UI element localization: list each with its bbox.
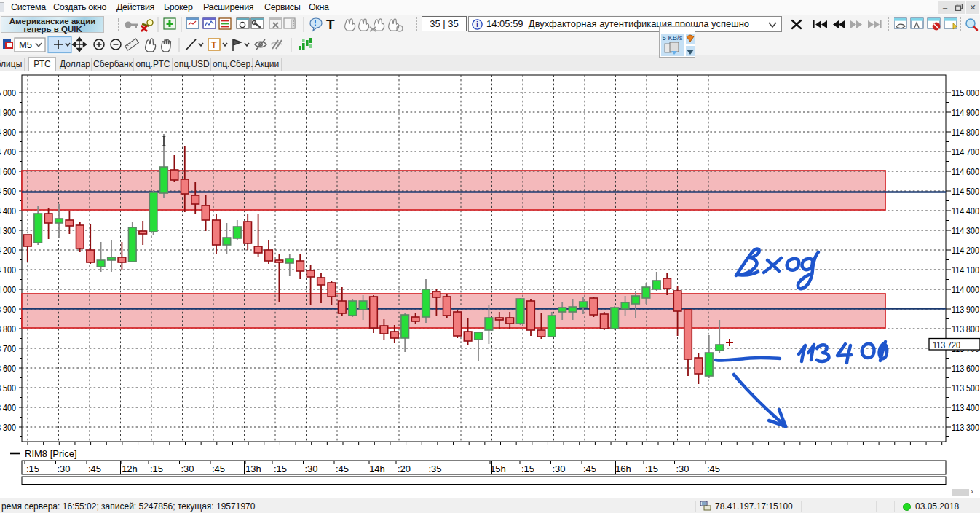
svg-text::45: :45	[212, 463, 225, 474]
svg-text:114 000: 114 000	[952, 284, 979, 295]
svg-text:114 200: 114 200	[0, 245, 16, 256]
svg-text:114 800: 114 800	[952, 127, 979, 138]
svg-text::30: :30	[676, 463, 689, 474]
svg-text::30: :30	[552, 463, 565, 474]
svg-text:113 800: 113 800	[952, 324, 979, 334]
svg-text::20: :20	[398, 463, 411, 474]
svg-text:114 300: 114 300	[952, 225, 979, 236]
svg-text:115 000: 115 000	[952, 87, 979, 98]
svg-text:113 300: 113 300	[952, 422, 979, 433]
svg-text:114 400: 114 400	[952, 205, 979, 216]
svg-text:14h: 14h	[369, 463, 385, 474]
svg-text:15h: 15h	[490, 463, 506, 474]
svg-text:113 400: 113 400	[0, 402, 16, 413]
svg-text:114 800: 114 800	[0, 127, 16, 138]
svg-text:113 600: 113 600	[0, 363, 16, 374]
svg-text:114 500: 114 500	[0, 186, 16, 197]
svg-text:114 900: 114 900	[0, 107, 16, 118]
svg-text::30: :30	[181, 463, 194, 474]
svg-text::45: :45	[583, 463, 596, 474]
svg-text:114 700: 114 700	[0, 146, 16, 157]
svg-text:114 400: 114 400	[0, 205, 16, 216]
svg-text::15: :15	[274, 463, 287, 474]
svg-text:RIM8 [Price]: RIM8 [Price]	[25, 448, 77, 459]
svg-text:113 500: 113 500	[0, 383, 16, 393]
svg-text::15: :15	[150, 463, 163, 474]
svg-text:113 900: 113 900	[952, 304, 979, 315]
svg-text:113 600: 113 600	[952, 363, 979, 374]
svg-text::15: :15	[521, 463, 534, 474]
svg-text:16h: 16h	[615, 463, 631, 474]
svg-text:113 900: 113 900	[0, 304, 16, 315]
svg-text:114 700: 114 700	[952, 146, 979, 157]
svg-text:12h: 12h	[122, 463, 138, 474]
svg-text:113 720: 113 720	[933, 340, 960, 351]
svg-text::30: :30	[57, 463, 70, 474]
svg-text:113 300: 113 300	[0, 422, 16, 433]
svg-text:114 600: 114 600	[0, 166, 16, 177]
svg-text:113 400: 113 400	[952, 402, 979, 413]
svg-text:13h: 13h	[245, 463, 261, 474]
svg-text:113 500: 113 500	[952, 383, 979, 393]
svg-text:114 000: 114 000	[0, 284, 16, 295]
svg-text:113 700: 113 700	[0, 343, 16, 354]
svg-text::45: :45	[707, 463, 720, 474]
svg-text::30: :30	[304, 463, 317, 474]
svg-text:114 300: 114 300	[0, 225, 16, 236]
svg-text:115 000: 115 000	[0, 87, 16, 98]
svg-text::35: :35	[428, 463, 441, 474]
svg-text:114 500: 114 500	[952, 186, 979, 197]
svg-text:114 100: 114 100	[0, 265, 16, 275]
svg-text:114 100: 114 100	[952, 265, 979, 275]
svg-text::15: :15	[645, 463, 658, 474]
svg-text::45: :45	[336, 463, 349, 474]
svg-text::15: :15	[26, 463, 39, 474]
svg-text:114 600: 114 600	[952, 166, 979, 177]
svg-text:114 900: 114 900	[952, 107, 979, 118]
svg-text::45: :45	[88, 463, 101, 474]
svg-text:114 200: 114 200	[952, 245, 979, 256]
svg-text:113 800: 113 800	[0, 324, 16, 334]
